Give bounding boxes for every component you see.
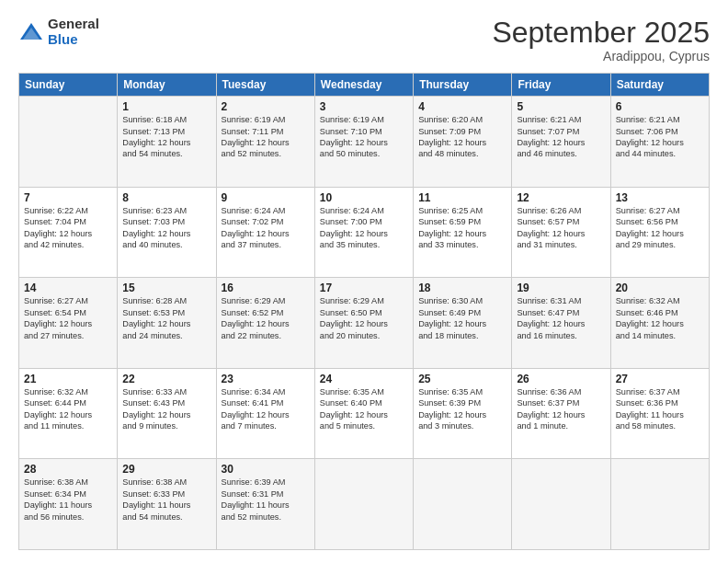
day-cell xyxy=(314,459,413,550)
day-number: 26 xyxy=(517,373,605,385)
day-number: 15 xyxy=(122,282,210,294)
day-info: Sunrise: 6:24 AM Sunset: 7:02 PM Dayligh… xyxy=(222,205,310,251)
day-cell: 11Sunrise: 6:25 AM Sunset: 6:59 PM Dayli… xyxy=(414,187,512,278)
day-cell: 18Sunrise: 6:30 AM Sunset: 6:49 PM Dayli… xyxy=(414,278,512,369)
page: General Blue September 2025 Aradippou, C… xyxy=(0,0,728,563)
day-number: 8 xyxy=(122,191,210,204)
day-info: Sunrise: 6:38 AM Sunset: 6:33 PM Dayligh… xyxy=(122,477,210,523)
day-number: 23 xyxy=(222,373,310,385)
day-number: 3 xyxy=(320,100,408,113)
day-info: Sunrise: 6:24 AM Sunset: 7:00 PM Dayligh… xyxy=(320,205,408,251)
day-cell: 4Sunrise: 6:20 AM Sunset: 7:09 PM Daylig… xyxy=(414,97,512,188)
day-number: 6 xyxy=(616,100,704,113)
day-cell: 17Sunrise: 6:29 AM Sunset: 6:50 PM Dayli… xyxy=(314,278,413,369)
day-number: 12 xyxy=(517,191,605,204)
day-info: Sunrise: 6:18 AM Sunset: 7:13 PM Dayligh… xyxy=(122,114,210,160)
day-cell: 28Sunrise: 6:38 AM Sunset: 6:34 PM Dayli… xyxy=(19,459,118,550)
day-number: 7 xyxy=(24,191,112,204)
day-number: 30 xyxy=(222,463,310,476)
day-number: 28 xyxy=(24,463,112,476)
header-cell-sunday: Sunday xyxy=(19,74,118,97)
day-number: 17 xyxy=(320,282,408,294)
day-info: Sunrise: 6:20 AM Sunset: 7:09 PM Dayligh… xyxy=(418,114,506,160)
day-info: Sunrise: 6:34 AM Sunset: 6:41 PM Dayligh… xyxy=(222,386,310,432)
day-info: Sunrise: 6:35 AM Sunset: 6:40 PM Dayligh… xyxy=(320,386,408,432)
day-info: Sunrise: 6:29 AM Sunset: 6:50 PM Dayligh… xyxy=(320,295,408,341)
day-number: 29 xyxy=(122,463,210,476)
header-cell-monday: Monday xyxy=(118,74,216,97)
day-cell: 19Sunrise: 6:31 AM Sunset: 6:47 PM Dayli… xyxy=(512,278,610,369)
day-info: Sunrise: 6:39 AM Sunset: 6:31 PM Dayligh… xyxy=(222,477,310,523)
day-number: 10 xyxy=(320,191,408,204)
day-info: Sunrise: 6:35 AM Sunset: 6:39 PM Dayligh… xyxy=(418,386,506,432)
header-cell-friday: Friday xyxy=(512,74,610,97)
day-info: Sunrise: 6:21 AM Sunset: 7:07 PM Dayligh… xyxy=(517,114,605,160)
day-cell: 16Sunrise: 6:29 AM Sunset: 6:52 PM Dayli… xyxy=(216,278,314,369)
day-cell: 6Sunrise: 6:21 AM Sunset: 7:06 PM Daylig… xyxy=(610,97,709,188)
day-cell: 21Sunrise: 6:32 AM Sunset: 6:44 PM Dayli… xyxy=(19,368,118,459)
day-cell: 9Sunrise: 6:24 AM Sunset: 7:02 PM Daylig… xyxy=(216,187,314,278)
week-row-3: 21Sunrise: 6:32 AM Sunset: 6:44 PM Dayli… xyxy=(19,368,710,459)
day-number: 18 xyxy=(418,282,506,294)
day-number: 16 xyxy=(222,282,310,294)
header-cell-thursday: Thursday xyxy=(414,74,512,97)
day-info: Sunrise: 6:19 AM Sunset: 7:11 PM Dayligh… xyxy=(222,114,310,160)
day-number: 2 xyxy=(222,100,310,113)
day-number: 20 xyxy=(616,282,704,294)
day-cell: 20Sunrise: 6:32 AM Sunset: 6:46 PM Dayli… xyxy=(610,278,709,369)
day-info: Sunrise: 6:19 AM Sunset: 7:10 PM Dayligh… xyxy=(320,114,408,160)
day-number: 22 xyxy=(122,373,210,385)
logo-text: General Blue xyxy=(48,17,99,47)
day-number: 19 xyxy=(517,282,605,294)
day-number: 14 xyxy=(24,282,112,294)
day-number: 21 xyxy=(24,373,112,385)
day-info: Sunrise: 6:31 AM Sunset: 6:47 PM Dayligh… xyxy=(517,295,605,341)
day-number: 13 xyxy=(616,191,704,204)
day-cell: 23Sunrise: 6:34 AM Sunset: 6:41 PM Dayli… xyxy=(216,368,314,459)
day-cell xyxy=(414,459,512,550)
day-cell xyxy=(610,459,709,550)
day-cell: 14Sunrise: 6:27 AM Sunset: 6:54 PM Dayli… xyxy=(19,278,118,369)
day-cell: 7Sunrise: 6:22 AM Sunset: 7:04 PM Daylig… xyxy=(19,187,118,278)
calendar-table: SundayMondayTuesdayWednesdayThursdayFrid… xyxy=(18,73,710,550)
day-info: Sunrise: 6:32 AM Sunset: 6:46 PM Dayligh… xyxy=(616,295,704,341)
logo-icon xyxy=(18,19,44,45)
day-cell: 26Sunrise: 6:36 AM Sunset: 6:37 PM Dayli… xyxy=(512,368,610,459)
header: General Blue September 2025 Aradippou, C… xyxy=(18,17,710,63)
day-cell: 25Sunrise: 6:35 AM Sunset: 6:39 PM Dayli… xyxy=(414,368,512,459)
day-info: Sunrise: 6:37 AM Sunset: 6:36 PM Dayligh… xyxy=(616,386,704,432)
day-info: Sunrise: 6:22 AM Sunset: 7:04 PM Dayligh… xyxy=(24,205,112,251)
week-row-0: 1Sunrise: 6:18 AM Sunset: 7:13 PM Daylig… xyxy=(19,97,710,188)
day-info: Sunrise: 6:32 AM Sunset: 6:44 PM Dayligh… xyxy=(24,386,112,432)
header-cell-saturday: Saturday xyxy=(610,74,709,97)
day-info: Sunrise: 6:27 AM Sunset: 6:56 PM Dayligh… xyxy=(616,205,704,251)
day-cell: 22Sunrise: 6:33 AM Sunset: 6:43 PM Dayli… xyxy=(118,368,216,459)
header-row: SundayMondayTuesdayWednesdayThursdayFrid… xyxy=(19,74,710,97)
subtitle: Aradippou, Cyprus xyxy=(492,49,710,63)
day-info: Sunrise: 6:28 AM Sunset: 6:53 PM Dayligh… xyxy=(122,295,210,341)
week-row-4: 28Sunrise: 6:38 AM Sunset: 6:34 PM Dayli… xyxy=(19,459,710,550)
day-number: 24 xyxy=(320,373,408,385)
day-cell: 5Sunrise: 6:21 AM Sunset: 7:07 PM Daylig… xyxy=(512,97,610,188)
month-title: September 2025 xyxy=(492,17,710,49)
day-number: 4 xyxy=(418,100,506,113)
day-info: Sunrise: 6:33 AM Sunset: 6:43 PM Dayligh… xyxy=(122,386,210,432)
logo-general: General xyxy=(48,17,99,32)
day-info: Sunrise: 6:36 AM Sunset: 6:37 PM Dayligh… xyxy=(517,386,605,432)
day-info: Sunrise: 6:27 AM Sunset: 6:54 PM Dayligh… xyxy=(24,295,112,341)
week-row-2: 14Sunrise: 6:27 AM Sunset: 6:54 PM Dayli… xyxy=(19,278,710,369)
day-cell: 2Sunrise: 6:19 AM Sunset: 7:11 PM Daylig… xyxy=(216,97,314,188)
day-cell xyxy=(512,459,610,550)
header-cell-wednesday: Wednesday xyxy=(314,74,413,97)
title-block: September 2025 Aradippou, Cyprus xyxy=(492,17,710,63)
day-cell: 24Sunrise: 6:35 AM Sunset: 6:40 PM Dayli… xyxy=(314,368,413,459)
day-cell: 13Sunrise: 6:27 AM Sunset: 6:56 PM Dayli… xyxy=(610,187,709,278)
day-number: 5 xyxy=(517,100,605,113)
day-info: Sunrise: 6:26 AM Sunset: 6:57 PM Dayligh… xyxy=(517,205,605,251)
day-info: Sunrise: 6:23 AM Sunset: 7:03 PM Dayligh… xyxy=(122,205,210,251)
day-number: 27 xyxy=(616,373,704,385)
day-info: Sunrise: 6:38 AM Sunset: 6:34 PM Dayligh… xyxy=(24,477,112,523)
logo: General Blue xyxy=(18,17,99,47)
day-cell: 12Sunrise: 6:26 AM Sunset: 6:57 PM Dayli… xyxy=(512,187,610,278)
day-cell: 3Sunrise: 6:19 AM Sunset: 7:10 PM Daylig… xyxy=(314,97,413,188)
